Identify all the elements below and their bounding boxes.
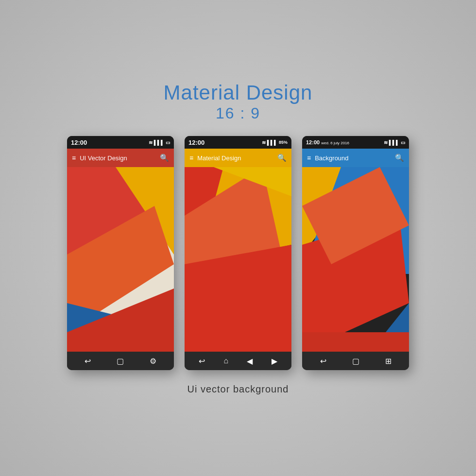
phone-1: 12:00 ≋ ▌▌▌ ▭ ≡ UI Vector Design 🔍 xyxy=(67,136,174,370)
phone3-status-icons: ≋ ▌▌▌ ▭ xyxy=(384,140,405,145)
phone1-status-icons: ≋ ▌▌▌ ▭ xyxy=(149,140,170,145)
prev-icon[interactable]: ◀ xyxy=(247,357,253,366)
home-icon[interactable] xyxy=(223,357,228,365)
search-icon[interactable]: 🔍 xyxy=(277,153,287,162)
battery-icon: ▭ xyxy=(401,140,405,145)
phone3-app-bar: ≡ Background 🔍 xyxy=(302,149,409,167)
signal-icon: ▌▌▌ xyxy=(267,140,277,145)
grid-icon[interactable]: ⊞ xyxy=(385,357,391,366)
signal-icon: ▌▌▌ xyxy=(389,140,399,145)
settings-icon[interactable] xyxy=(150,357,156,366)
phone3-app-title: Background xyxy=(315,154,395,162)
phones-row: 12:00 ≋ ▌▌▌ ▭ ≡ UI Vector Design 🔍 xyxy=(67,136,409,370)
phone3-time: 12:00 wed. 6 july 2016 xyxy=(306,139,349,145)
phone1-app-title: UI Vector Design xyxy=(80,154,160,162)
back-icon[interactable] xyxy=(85,357,91,366)
signal-icon: ▌▌▌ xyxy=(154,140,164,145)
svg-marker-16 xyxy=(302,332,409,352)
menu-icon[interactable]: ≡ xyxy=(307,154,311,162)
menu-icon[interactable]: ≡ xyxy=(189,154,193,162)
page-subtitle: 16 : 9 xyxy=(164,104,313,122)
wifi-icon: ≋ xyxy=(262,140,266,145)
phone3-canvas xyxy=(302,167,409,352)
phone2-app-title: Material Design xyxy=(197,154,277,162)
wifi-icon: ≋ xyxy=(384,140,388,145)
phone1-canvas xyxy=(67,167,174,352)
battery-percent: 85% xyxy=(279,140,288,145)
phone1-status-bar: 12:00 ≋ ▌▌▌ ▭ xyxy=(67,136,174,149)
page-header: Material Design 16 : 9 xyxy=(164,81,313,122)
search-icon[interactable]: 🔍 xyxy=(160,153,169,162)
footer-label: Ui vector background xyxy=(187,384,289,394)
recent-icon[interactable] xyxy=(352,357,359,366)
phone2-time: 12:00 xyxy=(188,139,204,146)
phone2-status-bar: 12:00 ≋ ▌▌▌ 85% xyxy=(185,136,291,149)
next-icon[interactable]: ▶ xyxy=(272,357,277,366)
phone2-nav-bar: ◀ ▶ xyxy=(185,352,291,370)
phone-3: 12:00 wed. 6 july 2016 ≋ ▌▌▌ ▭ ≡ Backgro… xyxy=(302,136,409,370)
recent-icon[interactable] xyxy=(117,357,124,366)
page-footer: Ui vector background xyxy=(187,384,289,395)
search-icon[interactable]: 🔍 xyxy=(395,153,404,162)
phone1-app-bar: ≡ UI Vector Design 🔍 xyxy=(67,149,174,167)
menu-icon[interactable]: ≡ xyxy=(72,154,76,162)
phone2-app-bar: ≡ Material Design 🔍 xyxy=(185,149,291,167)
phone2-canvas xyxy=(185,167,291,352)
phone-icon: ▭ xyxy=(166,140,170,145)
phone1-time: 12:00 xyxy=(71,139,87,146)
phone3-status-bar: 12:00 wed. 6 july 2016 ≋ ▌▌▌ ▭ xyxy=(302,136,409,149)
back-icon[interactable] xyxy=(320,357,326,366)
phone3-nav-bar: ⊞ xyxy=(302,352,409,370)
phone-2: 12:00 ≋ ▌▌▌ 85% ≡ Material Design 🔍 xyxy=(185,136,291,370)
wifi-icon: ≋ xyxy=(149,140,153,145)
phone1-nav-bar xyxy=(67,352,174,370)
phone2-status-icons: ≋ ▌▌▌ 85% xyxy=(262,140,288,145)
back-icon[interactable] xyxy=(199,357,205,366)
page-title: Material Design xyxy=(164,81,313,104)
